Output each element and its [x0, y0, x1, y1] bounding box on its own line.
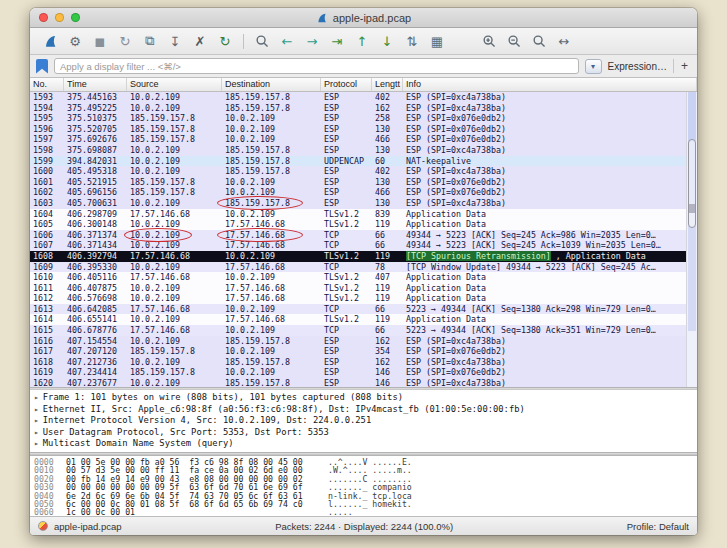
packet-list-scrollbar[interactable] [686, 92, 697, 387]
cell-info: ESP (SPI=0x076e0db2) [403, 187, 697, 198]
cell-len: 130 [372, 177, 403, 188]
reload-file-icon[interactable]: ↻ [213, 31, 237, 52]
detail-line[interactable]: ▸Ethernet II, Src: Apple_c6:98:8f (a0:56… [34, 404, 693, 416]
cell-dst: 185.159.157.8 [222, 166, 321, 177]
packet-row[interactable]: 1607406.37143410.0.2.10917.57.146.68TCP6… [30, 240, 697, 251]
packet-row[interactable]: 1614406.65514110.0.2.10917.57.146.68TLSv… [30, 314, 697, 325]
expert-info-icon[interactable] [38, 521, 48, 531]
packet-row[interactable]: 1613406.64208517.57.146.6810.0.2.109TCP6… [30, 304, 697, 315]
display-filter-input[interactable] [54, 58, 579, 74]
capture-options-icon[interactable]: ⚙ [63, 31, 87, 52]
cell-dst: 185.159.157.8 [222, 92, 321, 103]
cell-src: 10.0.2.109 [127, 336, 222, 347]
go-to-packet-icon[interactable]: ⇥ [325, 31, 349, 52]
hex-line[interactable]: 00601c 00 0c 00 01..... [34, 508, 693, 516]
colorize-icon[interactable]: ▦ [425, 31, 449, 52]
cell-no: 1610 [30, 272, 64, 283]
packet-row[interactable]: 1617407.207120185.159.157.810.0.2.109ESP… [30, 346, 697, 357]
detail-line[interactable]: ▸Multicast Domain Name System (query) [34, 438, 693, 450]
column-header-no[interactable]: No. [30, 78, 64, 91]
cell-no: 1616 [30, 336, 64, 347]
zoom-in-icon[interactable] [477, 31, 501, 52]
detail-line[interactable]: ▸Frame 1: 101 bytes on wire (808 bits), … [34, 392, 693, 404]
filter-bookmark-icon[interactable] [36, 59, 48, 74]
close-button[interactable] [39, 13, 48, 22]
filter-apply-button[interactable]: ▾ [585, 59, 602, 74]
go-first-packet-icon[interactable]: ↑ [350, 31, 374, 52]
status-profile[interactable]: Profile: Default [607, 521, 689, 532]
scrollbar-thumb[interactable] [688, 139, 696, 228]
title-bar[interactable]: apple-ipad.pcap [30, 8, 697, 28]
add-filter-button[interactable]: + [673, 59, 691, 73]
packet-row[interactable]: 1612406.57669810.0.2.10917.57.146.68TLSv… [30, 293, 697, 304]
column-header-time[interactable]: Time [64, 78, 127, 91]
cell-info: [TCP Spurious Retransmission] , Applicat… [403, 251, 697, 262]
column-header-info[interactable]: Info [403, 78, 697, 91]
zoom-reset-icon[interactable] [527, 31, 551, 52]
save-file-icon[interactable]: ↧ [163, 31, 187, 52]
cell-info: ESP (SPI=0xc4a738ba) [403, 92, 697, 103]
packet-row[interactable]: 1619407.234414185.159.157.810.0.2.109ESP… [30, 367, 697, 378]
packet-row[interactable]: 1620407.23767710.0.2.109185.159.157.8ESP… [30, 378, 697, 387]
go-back-icon[interactable]: ← [275, 31, 299, 52]
packet-row[interactable]: 1595375.510375185.159.157.810.0.2.109ESP… [30, 113, 697, 124]
cell-dst: 10.0.2.109 [222, 187, 321, 198]
packet-row[interactable]: 1601405.521915185.159.157.810.0.2.109ESP… [30, 177, 697, 188]
auto-scroll-icon[interactable]: ⇅ [400, 31, 424, 52]
cell-proto: ESP [321, 378, 372, 387]
disclosure-triangle-icon[interactable]: ▸ [34, 405, 39, 414]
cell-dst: 10.0.2.109 [222, 177, 321, 188]
cell-time: 406.300148 [64, 219, 127, 230]
cell-no: 1596 [30, 124, 64, 135]
packet-row[interactable]: 1593375.44516310.0.2.109185.159.157.8ESP… [30, 92, 697, 103]
cell-src: 185.159.157.8 [127, 113, 222, 124]
open-file-icon[interactable]: ⧉ [138, 31, 162, 52]
zoom-button[interactable] [71, 13, 80, 22]
cell-time: 406.395330 [64, 262, 127, 273]
detail-line[interactable]: ▸Internet Protocol Version 4, Src: 10.0.… [34, 415, 693, 427]
column-header-lengtt[interactable]: Lengtt [372, 78, 403, 91]
resize-columns-icon[interactable]: ↔ [552, 31, 576, 52]
go-forward-icon[interactable]: → [300, 31, 324, 52]
disclosure-triangle-icon[interactable]: ▸ [34, 439, 39, 448]
stop-capture-icon[interactable]: ◼ [88, 31, 112, 52]
packet-row[interactable]: 1602405.696156185.159.157.810.0.2.109ESP… [30, 187, 697, 198]
cell-time: 406.371434 [64, 240, 127, 251]
cell-proto: ESP [321, 113, 372, 124]
cell-no: 1594 [30, 103, 64, 114]
close-file-icon[interactable]: ✗ [188, 31, 212, 52]
disclosure-triangle-icon[interactable]: ▸ [34, 416, 39, 425]
packet-row[interactable]: 1615406.67877617.57.146.6810.0.2.109TCP6… [30, 325, 697, 336]
disclosure-triangle-icon[interactable]: ▸ [34, 393, 39, 402]
detail-line[interactable]: ▸User Datagram Protocol, Src Port: 5353,… [34, 427, 693, 439]
column-header-protocol[interactable]: Protocol [321, 78, 372, 91]
column-header-source[interactable]: Source [127, 78, 222, 91]
packet-row[interactable]: 1600405.49531810.0.2.109185.159.157.8ESP… [30, 166, 697, 177]
packet-row[interactable]: 1609406.39533010.0.2.10917.57.146.68TCP7… [30, 262, 697, 273]
zoom-out-icon[interactable] [502, 31, 526, 52]
packet-row[interactable]: 1605406.30014810.0.2.10917.57.146.68TLSv… [30, 219, 697, 230]
start-capture-icon[interactable] [38, 31, 62, 52]
packet-row[interactable]: 1594375.49522510.0.2.109185.159.157.8ESP… [30, 103, 697, 114]
packet-row[interactable]: 1603405.70063110.0.2.109185.159.157.8ESP… [30, 198, 697, 209]
find-packet-icon[interactable] [250, 31, 274, 52]
hex-bytes: 1c 00 0c 00 01 [66, 508, 328, 516]
packet-row[interactable]: 1596375.520705185.159.157.810.0.2.109ESP… [30, 124, 697, 135]
minimize-button[interactable] [55, 13, 64, 22]
packet-row[interactable]: 1616407.15455410.0.2.109185.159.157.8ESP… [30, 336, 697, 347]
column-header-destination[interactable]: Destination [222, 78, 321, 91]
disclosure-triangle-icon[interactable]: ▸ [34, 428, 39, 437]
cell-src: 10.0.2.109 [127, 219, 222, 230]
expression-button[interactable]: Expression… [608, 61, 667, 72]
packet-row[interactable]: 1598375.69808710.0.2.109185.159.157.8ESP… [30, 145, 697, 156]
packet-row[interactable]: 1618407.21273610.0.2.109185.159.157.8ESP… [30, 357, 697, 368]
restart-capture-icon[interactable]: ↻ [113, 31, 137, 52]
packet-row[interactable]: 1610406.40511617.57.146.6810.0.2.109TLSv… [30, 272, 697, 283]
packet-row[interactable]: 1604406.29870917.57.146.6810.0.2.109TLSv… [30, 209, 697, 220]
go-last-packet-icon[interactable]: ↓ [375, 31, 399, 52]
packet-row[interactable]: 1599394.84203110.0.2.109185.159.157.8UDP… [30, 156, 697, 167]
packet-row[interactable]: 1608406.39279417.57.146.6810.0.2.109TLSv… [30, 251, 697, 262]
packet-row[interactable]: 1597375.692676185.159.157.810.0.2.109ESP… [30, 134, 697, 145]
packet-row[interactable]: 1611406.40787510.0.2.10917.57.146.68TLSv… [30, 283, 697, 294]
packet-row[interactable]: 1606406.37137410.0.2.10917.57.146.68TCP6… [30, 230, 697, 241]
